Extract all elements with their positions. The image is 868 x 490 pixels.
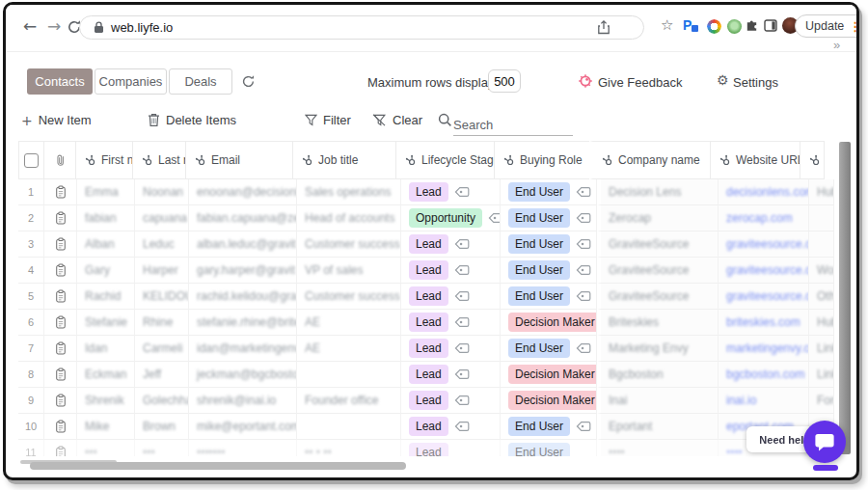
- clipboard-icon[interactable]: [55, 185, 67, 199]
- browser-menu-icon[interactable]: ⋮: [849, 19, 859, 34]
- cell-job[interactable]: VP of sales: [297, 258, 401, 284]
- cell-clip[interactable]: [44, 284, 77, 310]
- cell-email[interactable]: gary.harper@gravit: [189, 258, 297, 284]
- cell-company[interactable]: Inai: [597, 388, 719, 414]
- column-header-lifecycle[interactable]: Lifecycle Stage: [395, 141, 495, 179]
- cell-lifecycle[interactable]: Opportunity: [401, 205, 501, 231]
- side-panel-icon[interactable]: [764, 19, 777, 32]
- cell-first[interactable]: Mike: [77, 414, 135, 440]
- cell-extra[interactable]: [809, 205, 834, 231]
- cell-lifecycle[interactable]: Lead: [401, 310, 501, 336]
- cell-buying[interactable]: Decision Maker: [501, 362, 597, 388]
- vertical-scrollbar[interactable]: [839, 142, 851, 454]
- cell-extra[interactable]: Link: [809, 362, 834, 388]
- tab-deals[interactable]: Deals: [169, 68, 232, 95]
- extension-p-icon[interactable]: P: [683, 17, 692, 33]
- clipboard-icon[interactable]: [55, 211, 67, 225]
- new-item-button[interactable]: + New Item: [21, 113, 92, 127]
- badge-buying[interactable]: Decision Maker: [508, 391, 597, 409]
- cell-last[interactable]: Brown: [135, 414, 189, 440]
- cell-job[interactable]: Head of accounts: [297, 205, 401, 231]
- clipboard-icon[interactable]: [55, 315, 67, 329]
- cell-clip[interactable]: [44, 336, 77, 362]
- cell-last[interactable]: Leduc: [135, 231, 189, 258]
- cell-buying[interactable]: End User: [501, 231, 597, 258]
- cell-website[interactable]: graviteesource.com: [719, 258, 809, 284]
- cell-first[interactable]: •••: [77, 440, 135, 456]
- bookmarks-overflow-chevron[interactable]: »: [833, 38, 840, 52]
- clipboard-icon[interactable]: [55, 394, 67, 407]
- badge-buying[interactable]: End User: [508, 339, 570, 357]
- badge-buying[interactable]: End User: [508, 443, 570, 456]
- cell-job[interactable]: AE: [297, 310, 401, 336]
- refresh-icon[interactable]: [241, 74, 256, 89]
- clipboard-icon[interactable]: [55, 341, 67, 355]
- cell-email[interactable]: stefanie.rhine@brite: [189, 310, 297, 336]
- cell-first[interactable]: Alban: [77, 231, 135, 258]
- column-header-job[interactable]: Job title: [292, 141, 396, 179]
- badge-lifecycle[interactable]: Lead: [409, 260, 448, 279]
- badge-lifecycle[interactable]: Opportunity: [409, 208, 482, 227]
- cell-company[interactable]: Decision Lens: [597, 179, 719, 205]
- badge-lifecycle[interactable]: Lead: [409, 182, 448, 201]
- cell-clip[interactable]: [44, 414, 77, 440]
- cell-first[interactable]: Rachid: [77, 284, 135, 310]
- cell-company[interactable]: Briteskies: [597, 310, 719, 336]
- cell-buying[interactable]: Decision Maker: [501, 388, 597, 414]
- badge-buying[interactable]: End User: [508, 417, 570, 435]
- cell-lifecycle[interactable]: Lead: [401, 440, 501, 456]
- clipboard-icon[interactable]: [55, 237, 67, 251]
- column-header-company[interactable]: Company name: [589, 141, 711, 179]
- cell-job[interactable]: AE: [297, 336, 401, 362]
- cell-clip[interactable]: [44, 231, 77, 258]
- cell-first[interactable]: Gary: [77, 258, 135, 284]
- tab-contacts[interactable]: Contacts: [27, 68, 93, 95]
- cell-clip[interactable]: [44, 388, 77, 414]
- cell-company[interactable]: Eportant: [597, 414, 719, 440]
- badge-lifecycle[interactable]: Lead: [409, 286, 448, 305]
- cell-buying[interactable]: End User: [501, 284, 597, 310]
- clipboard-icon[interactable]: [55, 368, 67, 381]
- cell-last[interactable]: Jeff: [135, 362, 189, 388]
- cell-lifecycle[interactable]: Lead: [401, 362, 501, 388]
- cell-website[interactable]: bgcboston.com: [719, 362, 809, 388]
- cell-extra[interactable]: Othe: [809, 284, 834, 310]
- cell-lifecycle[interactable]: Lead: [401, 284, 501, 310]
- cell-extra[interactable]: Hub: [809, 310, 834, 336]
- badge-lifecycle[interactable]: Lead: [409, 391, 448, 409]
- cell-first[interactable]: Eckman: [77, 362, 135, 388]
- cell-clip[interactable]: [44, 440, 77, 456]
- address-bar[interactable]: web.liyfe.io: [79, 15, 644, 40]
- badge-buying[interactable]: End User: [508, 234, 570, 253]
- cell-buying[interactable]: End User: [501, 258, 597, 284]
- max-rows-input[interactable]: [488, 69, 521, 93]
- cell-job[interactable]: •• • ••: [297, 440, 401, 456]
- cell-company[interactable]: Zerocap: [597, 205, 719, 231]
- cell-lifecycle[interactable]: Lead: [401, 414, 501, 440]
- cell-last[interactable]: Carmeli: [135, 336, 189, 362]
- cell-website[interactable]: graviteesource.com: [719, 231, 809, 258]
- cell-website[interactable]: marketingenvy.com: [719, 336, 809, 362]
- cell-lifecycle[interactable]: Lead: [401, 258, 501, 284]
- column-header-last[interactable]: Last name: [132, 141, 186, 179]
- cell-last[interactable]: Rhine: [135, 310, 189, 336]
- cell-email[interactable]: shrenik@inai.io: [189, 388, 297, 414]
- filter-button[interactable]: Filter: [305, 113, 351, 127]
- badge-lifecycle[interactable]: Lead: [409, 339, 448, 357]
- cell-email[interactable]: fabian.capuana@ze: [189, 205, 297, 231]
- cell-email[interactable]: mike@eportant.com: [189, 414, 297, 440]
- cell-last[interactable]: Golechha: [135, 388, 189, 414]
- cell-extra[interactable]: Link: [809, 336, 834, 362]
- cell-company[interactable]: Bgcboston: [597, 362, 719, 388]
- badge-lifecycle[interactable]: Lead: [409, 417, 448, 435]
- cell-extra[interactable]: Hub: [809, 179, 834, 205]
- badge-lifecycle[interactable]: Lead: [409, 313, 448, 331]
- cell-email[interactable]: jeckman@bgcbosto: [189, 362, 297, 388]
- select-all-checkbox[interactable]: [24, 153, 39, 168]
- settings-button[interactable]: Settings: [733, 75, 778, 90]
- cell-first[interactable]: Stefanie: [77, 310, 135, 336]
- cell-email[interactable]: enoonan@decisionl: [189, 179, 297, 205]
- cell-company[interactable]: GraviteeSource: [597, 231, 719, 258]
- cell-website[interactable]: inai.io: [719, 388, 809, 414]
- clipboard-icon[interactable]: [55, 420, 67, 433]
